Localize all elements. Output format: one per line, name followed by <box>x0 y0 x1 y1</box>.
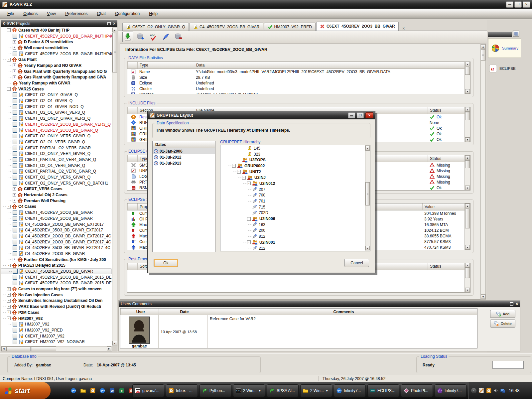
stats-row[interactable]: aNameY:\dat4\kio_model03\c3_model\PHII_V… <box>127 69 465 74</box>
project-tree-item[interactable]: -Gas Plant <box>1 57 112 63</box>
project-tree-item[interactable]: +C6EXT_VER6 Cases <box>1 186 112 192</box>
project-tree-item[interactable]: C6EXT_O2_ONLY_GIVAR_Q <box>1 92 112 98</box>
content-vertical-scrollbar[interactable]: ▲ ▼ <box>480 44 486 300</box>
taskbar-button[interactable]: ECLIPSE... <box>367 384 399 397</box>
maximize-button[interactable]: ❒ <box>514 1 522 8</box>
project-tree-item[interactable]: HM2007_V92_PRED <box>1 327 112 333</box>
quicklaunch-ie-icon[interactable]: e <box>70 388 76 394</box>
expand-icon[interactable]: + <box>13 199 16 202</box>
case-checkbox[interactable] <box>13 110 17 115</box>
expand-icon[interactable]: + <box>7 311 11 314</box>
case-checkbox[interactable] <box>13 157 17 162</box>
toolbar-tb-pen-icon-button[interactable] <box>161 32 171 42</box>
table-scrollbar[interactable]: ▲▼ <box>465 263 470 292</box>
tray-display-icon[interactable] <box>500 388 505 393</box>
project-tree-item[interactable]: C6EXT_45O2REV_2OO3_BB_GIVAR <box>1 209 112 215</box>
gruptree-node[interactable]: 700 <box>220 193 365 199</box>
chevron-down-icon[interactable]: ▼ <box>326 389 329 392</box>
project-tree-item[interactable]: -Cases with 400 Bar Inj THP <box>1 27 112 33</box>
gruptree-node[interactable]: -UNIT2 <box>220 169 365 175</box>
close-button[interactable]: ✕ <box>523 1 530 8</box>
project-tree-item[interactable]: C6EXT_O2_O1_VER6_GIVAR_Q <box>1 163 112 169</box>
case-checkbox[interactable] <box>13 146 17 150</box>
case-checkbox[interactable] <box>13 222 17 227</box>
menu-chat[interactable]: Chat <box>92 10 110 17</box>
project-tree-item[interactable]: +Further C4 Sensitivities (for KMG - Jul… <box>1 257 112 263</box>
project-tree-item[interactable]: C6EXT_HM2007_V92_NOGIVAR <box>1 339 112 345</box>
panel-restore-icon[interactable] <box>107 22 111 25</box>
expand-icon[interactable]: + <box>7 299 11 303</box>
menu-options[interactable]: Options <box>19 10 42 17</box>
case-checkbox[interactable] <box>13 34 17 39</box>
case-checkbox[interactable] <box>13 334 17 338</box>
case-checkbox[interactable] <box>13 92 17 97</box>
add-comment-button[interactable]: Add <box>490 310 515 318</box>
collapse-icon[interactable]: - <box>7 28 11 32</box>
taskbar-button[interactable]: eInfinity7... <box>334 384 366 397</box>
collapse-icon[interactable]: - <box>7 205 11 208</box>
menu-preferences[interactable]: Preferences <box>61 10 92 17</box>
date-item[interactable]: 01-Jul-2013 <box>153 160 215 166</box>
start-button[interactable]: start <box>0 382 51 399</box>
date-item[interactable]: 01-Jul-2012 <box>153 154 215 160</box>
case-checkbox[interactable] <box>13 140 17 144</box>
project-tree-item[interactable]: +Sensitivities Increasing Unstabilised O… <box>1 298 112 304</box>
project-tree-item[interactable]: -VAR25 Cases <box>1 86 112 92</box>
hierarchy-scrollbar[interactable]: ▲ ▼ <box>365 145 370 251</box>
collapse-icon[interactable]: - <box>7 58 11 62</box>
tray-speaker-icon[interactable] <box>493 388 498 393</box>
quicklaunch-folder-icon[interactable] <box>80 388 86 394</box>
expand-icon[interactable]: + <box>13 69 16 73</box>
case-checkbox[interactable] <box>13 234 17 238</box>
menu-configuration[interactable]: Configuration <box>110 10 144 17</box>
case-checkbox[interactable] <box>13 122 17 127</box>
gruptree-node[interactable]: 323 <box>220 151 365 157</box>
tray-ksvr-icon[interactable] <box>478 388 484 393</box>
gruptree-node[interactable]: 207 <box>220 187 365 193</box>
expand-icon[interactable]: + <box>13 64 16 67</box>
project-tree-item[interactable]: -HM2007_V92 <box>1 316 112 322</box>
ok-button[interactable]: Ok <box>154 259 178 267</box>
case-checkbox[interactable] <box>13 251 17 256</box>
table-scrollbar[interactable]: ▲▼ <box>465 107 470 142</box>
toolbar-tb-export-icon-button[interactable] <box>122 32 133 42</box>
case-checkbox[interactable] <box>13 228 17 232</box>
project-tree-item[interactable]: C6EXT_O2_O1_GIVAR_VER3_Q <box>1 110 112 116</box>
case-checkbox[interactable] <box>13 134 17 138</box>
cancel-button[interactable]: Cancel <box>344 259 369 267</box>
table-scrollbar[interactable]: ▲▼ <box>465 62 470 94</box>
stats-row[interactable]: ClusterUndefined <box>127 86 465 91</box>
project-tree-item[interactable]: C6EXT_45O2REV_2OO3_BB_GIVAR <box>1 268 112 274</box>
project-tree-item[interactable]: C6EXT_O2_O1_GIVAR_NOD_Q <box>1 104 112 110</box>
taskbar-button[interactable]: 2 Win...▼ <box>300 384 332 397</box>
taskbar-button[interactable]: SPSA Al... <box>267 384 299 397</box>
project-tree-item[interactable]: C4EXT_45O2REV_2OO3_BB_GIVAR <box>1 215 112 221</box>
chevron-down-icon[interactable]: ▼ <box>258 389 261 392</box>
quicklaunch-clock-orange-icon[interactable] <box>90 388 96 394</box>
project-tree-item[interactable]: C6EXT_PARTIAL_O2_VER4_GIVAR_Q <box>1 157 112 163</box>
project-tree-item[interactable]: C6EXT_O2_O1_GIVAR_Q <box>1 98 112 104</box>
project-tree-item[interactable]: C6EXT_45O2REV_2OO3_BB_GIVAR_INJTHP40 <box>1 51 112 57</box>
project-tree-item[interactable]: C6EXT_45O2REV_2OO3_BB_GIVAR_VER3_Q <box>1 121 112 127</box>
project-tree-item[interactable]: +No Gas Injection Cases <box>1 292 112 298</box>
view-eclipse[interactable]: a ECLIPSE <box>489 65 516 72</box>
project-tree-item[interactable]: C6EXT_45O2REV_2OO3_BB_GIVAR_2015_DE <box>1 280 112 286</box>
project-tree-item[interactable]: C6EXT_HM2007_V92 <box>1 333 112 339</box>
stats-row[interactable]: EclipseUndefined <box>127 80 465 86</box>
case-checkbox[interactable] <box>13 339 17 344</box>
table-scrollbar[interactable]: ▲▼ <box>465 203 470 250</box>
expand-icon[interactable]: + <box>13 40 16 44</box>
project-tree-item[interactable]: C6EXT_O2_ONLY_VER6_GIVAR_Q <box>1 174 112 180</box>
taskbar-button[interactable]: Python... <box>200 384 231 397</box>
project-tree-item[interactable]: +D Factor & PI sensitivities <box>1 39 112 45</box>
collapse-icon[interactable]: - <box>242 176 246 180</box>
case-checkbox[interactable] <box>13 210 17 215</box>
project-tree-item[interactable]: +Yearly Rampup and NO GIVAR <box>1 63 112 68</box>
toolbar-tb-dbremove-icon-button[interactable] <box>174 32 184 42</box>
gruptree-node[interactable]: -U2IN012 <box>220 181 365 187</box>
gruptree-node[interactable]: 200 <box>220 228 365 234</box>
projects-tree-horizontal-scrollbar[interactable]: ◀ ▶ <box>1 346 112 352</box>
stats-row[interactable]: Size28.7 KB <box>127 74 465 80</box>
case-checkbox[interactable] <box>13 281 17 285</box>
case-checkbox[interactable] <box>13 163 17 168</box>
